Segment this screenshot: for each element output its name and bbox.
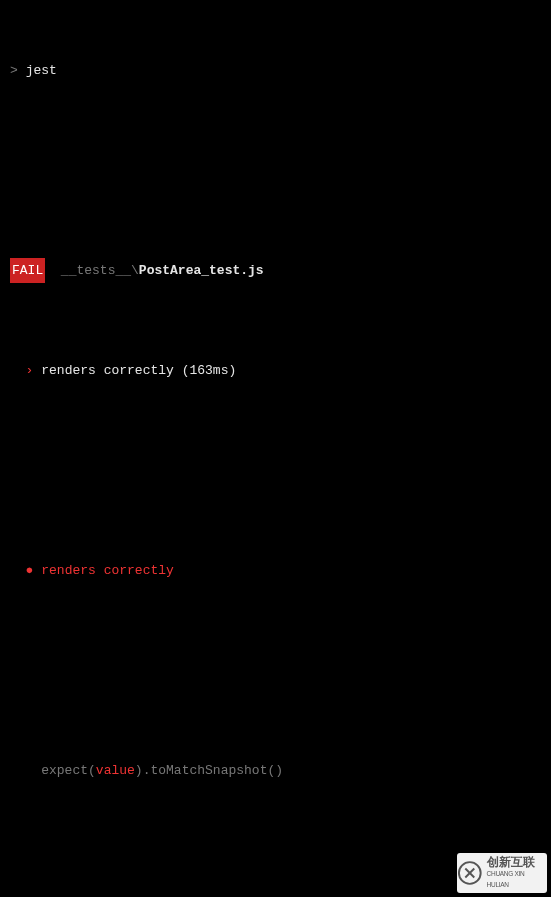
terminal: > jest FAIL __tests__\PostArea_test.js ›… bbox=[0, 0, 551, 897]
watermark-logo: 创新互联 CHUANG XIN HULIAN bbox=[457, 853, 547, 893]
test-result-line: › renders correctly (163ms) bbox=[10, 358, 541, 383]
fail-badge: FAIL bbox=[10, 258, 45, 283]
watermark-en: CHUANG XIN HULIAN bbox=[487, 868, 547, 890]
assert-line: expect(value).toMatchSnapshot() bbox=[10, 758, 541, 783]
test-result-text: renders correctly (163ms) bbox=[41, 358, 236, 383]
method-text: ).toMatchSnapshot() bbox=[135, 758, 283, 783]
watermark-cn: 创新互联 bbox=[487, 857, 547, 868]
logo-icon bbox=[457, 860, 483, 886]
prompt-symbol: > bbox=[10, 58, 18, 83]
test-file: PostArea_test.js bbox=[139, 258, 264, 283]
cross-icon: › bbox=[26, 358, 34, 383]
prompt-line: > jest bbox=[10, 58, 541, 83]
expect-text: expect( bbox=[41, 758, 96, 783]
value-text: value bbox=[96, 758, 135, 783]
jest-command: jest bbox=[26, 58, 57, 83]
fail-title-line: ● renders correctly bbox=[10, 558, 541, 583]
bullet-icon: ● bbox=[26, 558, 34, 583]
fail-title: renders correctly bbox=[41, 558, 174, 583]
test-file-header: FAIL __tests__\PostArea_test.js bbox=[10, 258, 541, 283]
test-path-prefix: __tests__\ bbox=[61, 258, 139, 283]
